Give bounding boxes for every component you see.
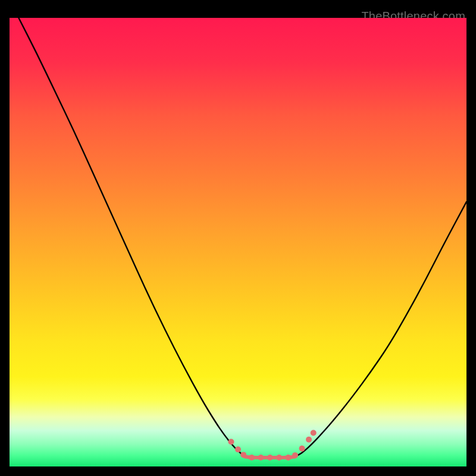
data-point-11 xyxy=(311,430,317,436)
data-point-2 xyxy=(240,452,246,458)
data-point-9 xyxy=(299,446,305,452)
data-point-4 xyxy=(258,455,264,461)
plot-area xyxy=(10,18,466,466)
data-point-7 xyxy=(285,455,291,461)
chart-svg xyxy=(10,18,466,466)
gradient-background xyxy=(10,18,466,466)
chart-frame: TheBottleneck.com xyxy=(10,10,466,466)
data-point-5 xyxy=(267,455,273,461)
data-point-8 xyxy=(292,452,298,458)
data-point-6 xyxy=(276,455,282,461)
data-point-0 xyxy=(228,439,234,445)
data-point-1 xyxy=(235,446,241,452)
data-point-10 xyxy=(306,437,312,443)
data-point-3 xyxy=(249,455,255,461)
